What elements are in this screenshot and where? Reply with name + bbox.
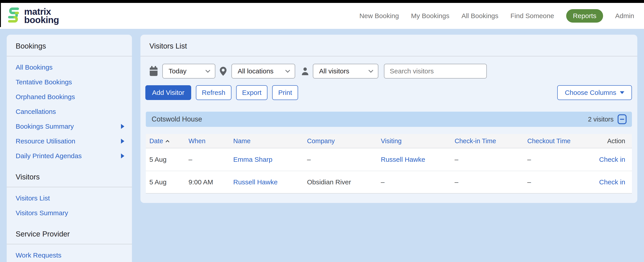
submenu-arrow-icon (121, 124, 124, 129)
sidebar-item-visitors-list[interactable]: Visitors List (7, 191, 132, 206)
date-filter-select[interactable]: Today (162, 64, 215, 79)
chevron-down-icon (206, 68, 210, 73)
sidebar-item-visitors-summary[interactable]: Visitors Summary (7, 206, 132, 220)
location-pin-icon (220, 67, 226, 76)
column-header-checkout-time[interactable]: Checkout Time (524, 137, 598, 145)
search-input[interactable] (384, 64, 487, 79)
sidebar-heading-service-provider: Service Provider (7, 225, 132, 244)
sidebar-heading-visitors: Visitors (7, 168, 132, 187)
collapse-group-button[interactable] (618, 114, 626, 124)
page-title: Visitors List (140, 35, 637, 56)
sidebar-item-bookings-summary[interactable]: Bookings Summary (7, 119, 132, 134)
main-nav: New Booking My Bookings All Bookings Fin… (359, 9, 634, 23)
nav-my-bookings[interactable]: My Bookings (411, 12, 450, 20)
cell-checkout-time: – (524, 178, 598, 186)
filter-row: Today All locations All vis (149, 64, 632, 79)
nav-all-bookings[interactable]: All Bookings (462, 12, 498, 20)
visitors-table: Date When Name Company Visiting Check-in… (146, 134, 632, 193)
submenu-arrow-icon (121, 139, 124, 144)
submenu-arrow-icon (121, 153, 124, 158)
table-header-row: Date When Name Company Visiting Check-in… (146, 134, 632, 148)
add-visitor-button[interactable]: Add Visitor (145, 85, 191, 100)
column-header-name[interactable]: Name (230, 137, 304, 145)
column-header-company[interactable]: Company (304, 137, 377, 145)
table-row: 5 Aug – Emma Sharp – Russell Hawke – – C… (146, 148, 632, 171)
cell-checkin-time: – (451, 178, 524, 186)
visitor-name-link[interactable]: Russell Hawke (230, 178, 304, 186)
person-icon (302, 67, 309, 75)
top-black-strip (0, 0, 644, 3)
group-name: Cotswold House (152, 115, 202, 123)
nav-admin[interactable]: Admin (615, 12, 634, 20)
logo-wordmark: matrix booking (24, 8, 59, 24)
visiting-host-link[interactable]: Russell Hawke (377, 156, 451, 163)
matrix-booking-logo[interactable]: matrix booking (7, 7, 59, 25)
column-header-action: Action (598, 137, 632, 145)
sidebar-item-work-requests[interactable]: Work Requests (7, 248, 132, 262)
check-in-action-link[interactable]: Check in (598, 156, 632, 163)
cell-checkin-time: – (451, 156, 524, 163)
location-group-header: Cotswold House 2 visitors (146, 112, 632, 127)
cell-visiting: – (377, 178, 451, 186)
cell-checkout-time: – (524, 156, 598, 163)
minus-square-icon (620, 119, 624, 120)
cell-date: 5 Aug (146, 178, 185, 186)
screen-edge-artifact (0, 3, 1, 27)
sidebar-item-cancellations[interactable]: Cancellations (7, 104, 132, 119)
caret-down-icon (620, 91, 624, 94)
table-row: 5 Aug 9:00 AM Russell Hawke Obsidian Riv… (146, 171, 632, 193)
cell-date: 5 Aug (146, 156, 185, 163)
actions-row: Add Visitor Refresh Export Print Choose … (145, 85, 632, 100)
cell-when: – (185, 156, 230, 163)
visitor-name-link[interactable]: Emma Sharp (230, 156, 304, 163)
chevron-down-icon (368, 68, 373, 73)
sidebar-item-daily-printed-agendas[interactable]: Daily Printed Agendas (7, 149, 132, 163)
column-header-checkin-time[interactable]: Check-in Time (451, 137, 524, 145)
logo-icon (7, 7, 20, 25)
sort-ascending-icon (166, 140, 170, 144)
calendar-icon (149, 66, 158, 76)
nav-reports[interactable]: Reports (566, 9, 603, 23)
visitors-list-panel: Visitors List Today (140, 35, 637, 203)
sidebar-item-resource-utilisation[interactable]: Resource Utilisation (7, 134, 132, 149)
sidebar-heading-bookings: Bookings (7, 35, 132, 56)
reports-sidebar: Bookings All Bookings Tentative Bookings… (7, 35, 132, 262)
export-button[interactable]: Export (236, 85, 268, 100)
sidebar-item-tentative-bookings[interactable]: Tentative Bookings (7, 75, 132, 90)
refresh-button[interactable]: Refresh (196, 85, 232, 100)
cell-company: – (304, 156, 377, 163)
column-header-when[interactable]: When (185, 137, 230, 145)
column-header-visiting[interactable]: Visiting (377, 137, 451, 145)
app-header: matrix booking New Booking My Bookings A… (0, 3, 644, 29)
print-button[interactable]: Print (272, 85, 298, 100)
sidebar-item-orphaned-bookings[interactable]: Orphaned Bookings (7, 90, 132, 104)
location-filter-select[interactable]: All locations (232, 64, 295, 79)
nav-new-booking[interactable]: New Booking (359, 12, 399, 20)
cell-when: 9:00 AM (185, 178, 230, 186)
chevron-down-icon (285, 68, 290, 73)
nav-find-someone[interactable]: Find Someone (510, 12, 554, 20)
divider (140, 56, 637, 56)
visitor-count-badge: 2 visitors (588, 116, 614, 123)
choose-columns-button[interactable]: Choose Columns (557, 85, 632, 100)
column-header-date[interactable]: Date (146, 137, 185, 145)
cell-company: Obsidian River (304, 178, 377, 186)
check-in-action-link[interactable]: Check in (598, 178, 632, 186)
visitor-filter-select[interactable]: All visitors (313, 64, 378, 79)
sidebar-item-all-bookings[interactable]: All Bookings (7, 60, 132, 75)
